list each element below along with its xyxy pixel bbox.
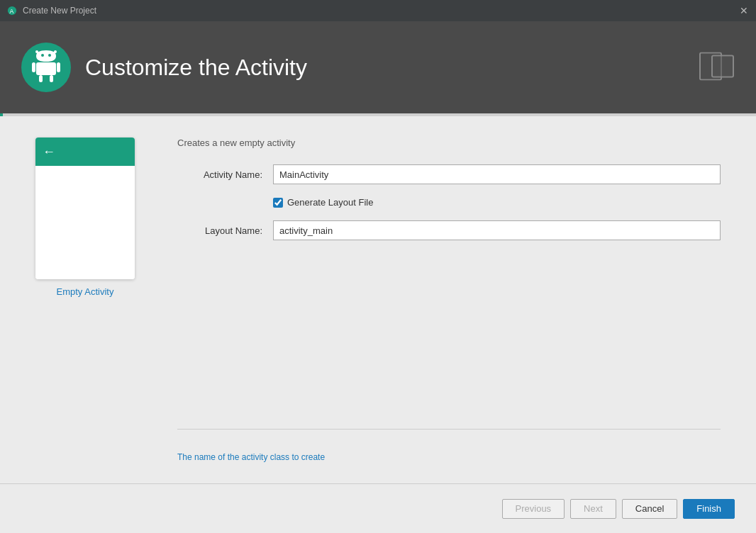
svg-rect-9 — [32, 62, 35, 72]
close-button[interactable]: ✕ — [739, 6, 749, 16]
description-text: Creates a new empty activity — [177, 138, 721, 148]
layout-name-input[interactable] — [273, 220, 721, 240]
main-content: ← Empty Activity Creates a new empty act… — [0, 116, 756, 483]
layout-name-group: Layout Name: — [177, 220, 721, 240]
preview-label: Empty Activity — [57, 286, 114, 297]
activity-name-label: Activity Name: — [177, 169, 262, 180]
next-button[interactable]: Next — [570, 499, 616, 519]
svg-rect-12 — [50, 75, 53, 82]
title-bar-left: A Create New Project — [7, 6, 96, 16]
finish-button[interactable]: Finish — [683, 499, 735, 519]
phone-preview: ← — [35, 138, 135, 279]
progress-bar — [0, 113, 3, 116]
layout-name-label: Layout Name: — [177, 225, 262, 236]
svg-rect-16 — [713, 57, 733, 77]
generate-layout-checkbox[interactable] — [273, 198, 283, 208]
generate-layout-label: Generate Layout File — [287, 197, 373, 208]
app-icon: A — [7, 6, 17, 16]
phone-body — [35, 166, 135, 279]
activity-name-input[interactable] — [273, 164, 721, 184]
right-panel: Creates a new empty activity Activity Na… — [177, 138, 721, 462]
title-bar: A Create New Project ✕ — [0, 0, 756, 21]
progress-area — [0, 113, 756, 116]
cancel-button[interactable]: Cancel — [622, 499, 677, 519]
separator — [177, 429, 721, 430]
svg-rect-10 — [57, 62, 60, 72]
svg-text:A: A — [10, 8, 14, 15]
previous-button[interactable]: Previous — [502, 499, 565, 519]
generate-layout-row: Generate Layout File — [273, 197, 721, 208]
bottom-bar: Previous Next Cancel Finish — [0, 483, 756, 533]
page-title: Customize the Activity — [85, 55, 307, 81]
svg-point-6 — [41, 54, 44, 57]
phone-toolbar: ← — [35, 138, 135, 166]
svg-rect-8 — [36, 62, 56, 75]
svg-point-7 — [48, 54, 51, 57]
hint-text: The name of the activity class to create — [177, 452, 721, 462]
header: Customize the Activity — [0, 21, 756, 113]
layout-icon — [699, 52, 735, 83]
title-bar-text: Create New Project — [23, 6, 96, 16]
activity-name-group: Activity Name: — [177, 164, 721, 184]
back-arrow-icon: ← — [43, 145, 55, 159]
android-icon — [29, 50, 63, 84]
svg-rect-11 — [39, 75, 43, 82]
left-panel: ← Empty Activity — [35, 138, 135, 462]
android-logo — [21, 43, 71, 92]
